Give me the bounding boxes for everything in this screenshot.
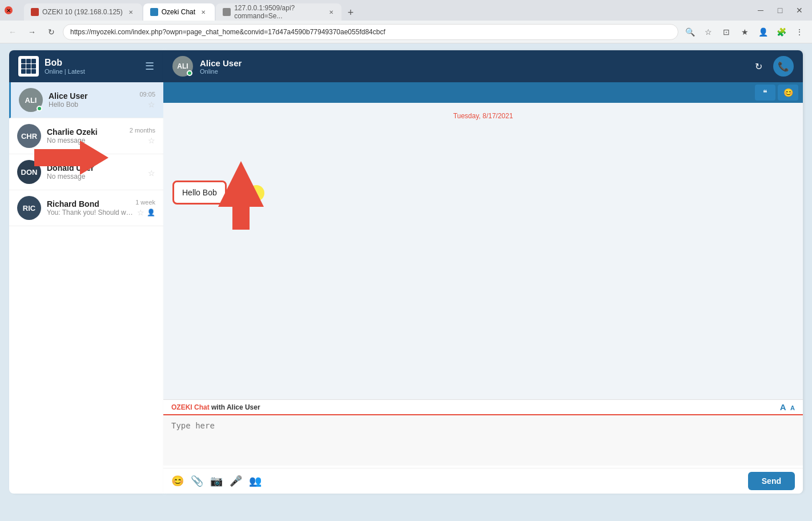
chat-input-font-size: A A <box>780 402 795 412</box>
chat-header-name: Alice User <box>200 58 741 68</box>
emoji-button[interactable]: 😊 <box>171 475 184 487</box>
contact-meta-richard: 1 week ☆ 👤 <box>135 199 155 217</box>
quote-button[interactable]: ❝ <box>755 85 775 101</box>
contact-item-richard[interactable]: RIC Richard Bond You: Thank you! Should … <box>9 190 163 226</box>
contact-time-alice: 09:05 <box>139 91 155 98</box>
new-tab-button[interactable]: + <box>343 5 359 21</box>
tab-ozekchat[interactable]: Ozeki Chat ✕ <box>143 3 215 21</box>
logo-cell <box>26 64 31 69</box>
logo-cell <box>26 69 31 74</box>
tab-label-chat: Ozeki Chat <box>162 8 195 16</box>
minimize-button[interactable]: ─ <box>753 2 769 18</box>
tab-api[interactable]: 127.0.0.1:9509/api?command=Se... ✕ <box>216 3 341 21</box>
refresh-button[interactable]: ↻ <box>43 24 59 40</box>
lens-icon[interactable]: 🔍 <box>682 24 698 40</box>
browser-toolbar: ← → ↻ https://myozeki.com/index.php?owpn… <box>0 21 812 43</box>
window-controls: ✕ <box>5 6 13 14</box>
annotation-arrow-left <box>34 141 108 177</box>
quote-icon: ❝ <box>763 88 767 97</box>
chat-footer: OZEKI Chat with Alice User A A 😊 📎 📷 🎤 👥… <box>163 399 803 494</box>
star-icon-richard[interactable]: ☆ <box>137 208 144 217</box>
chat-input-with: with <box>211 403 227 411</box>
app-container: Bob Online | Latest ☰ ALI Alice User <box>0 43 812 500</box>
font-size-small[interactable]: A <box>790 404 795 411</box>
avatar-alice: ALI <box>19 88 43 112</box>
chat-area: ALI Alice User Online ↻ 📞 ❝ 😊 <box>163 50 803 494</box>
tab-label-ozeki10: OZEKI 10 (192.168.0.125) <box>42 8 123 16</box>
address-text: https://myozeki.com/index.php?owpn=page_… <box>70 28 385 36</box>
tab-ozeki10[interactable]: OZEKI 10 (192.168.0.125) ✕ <box>24 3 142 21</box>
attachment-button[interactable]: 📎 <box>191 475 203 487</box>
font-size-large[interactable]: A <box>780 402 786 412</box>
close-button[interactable]: ✕ <box>791 2 807 18</box>
favorites-icon[interactable]: ★ <box>737 24 753 40</box>
tab-label-api: 127.0.0.1:9509/api?command=Se... <box>234 4 324 20</box>
maximize-button[interactable]: □ <box>772 2 788 18</box>
address-bar[interactable]: https://myozeki.com/index.php?owpn=page_… <box>63 24 678 40</box>
star-icon-alice[interactable]: ☆ <box>148 100 155 109</box>
tab-close-ozeki10[interactable]: ✕ <box>126 7 135 17</box>
profile-icon[interactable]: 👤 <box>755 24 771 40</box>
browser-chrome: ✕ OZEKI 10 (192.168.0.125) ✕ Ozeki Chat … <box>0 0 812 43</box>
online-indicator-alice <box>37 106 42 111</box>
chat-header-avatar: ALI <box>172 56 193 77</box>
bookmark-icon[interactable]: ☆ <box>700 24 716 40</box>
extensions-icon[interactable]: 🧩 <box>773 24 789 40</box>
video-button[interactable]: 📷 <box>210 475 223 487</box>
more-menu-icon[interactable]: ⋮ <box>791 24 807 40</box>
tab-close-api[interactable]: ✕ <box>327 7 335 17</box>
message-container-msg1: Hello Bob 09:05 <box>172 181 794 205</box>
sidebar-status: Online | Latest <box>45 68 85 75</box>
contacts-button[interactable]: 👥 <box>249 475 262 487</box>
avatar-richard: RIC <box>17 196 41 220</box>
refresh-icon: ↻ <box>755 61 762 72</box>
forward-button[interactable]: → <box>24 24 40 40</box>
sidebar: Bob Online | Latest ☰ ALI Alice User <box>9 50 163 494</box>
contact-time-charlie: 2 months <box>130 127 155 134</box>
logo-cell <box>31 64 36 69</box>
contact-info-richard: Richard Bond You: Thank you! Should we p… <box>47 199 135 217</box>
contact-name-richard: Richard Bond <box>47 199 135 209</box>
chat-input[interactable] <box>163 415 803 466</box>
call-button[interactable]: 📞 <box>773 56 794 77</box>
tab-favicon-ozeki10 <box>31 8 39 16</box>
logo-cell <box>31 69 36 74</box>
tabs-bar: OZEKI 10 (192.168.0.125) ✕ Ozeki Chat ✕ … <box>19 0 363 21</box>
refresh-icon: ↻ <box>48 27 55 37</box>
chat-input-label: OZEKI Chat with Alice User A A <box>163 400 803 415</box>
refresh-chat-button[interactable]: ↻ <box>748 56 769 77</box>
ozeki-logo-grid <box>21 59 36 74</box>
emoji-reaction-button[interactable]: 😊 <box>778 85 798 101</box>
contact-meta-charlie: 2 months ☆ <box>130 127 155 145</box>
browser-titlebar: ✕ OZEKI 10 (192.168.0.125) ✕ Ozeki Chat … <box>0 0 812 21</box>
contact-meta-alice: 09:05 ☆ <box>139 91 155 109</box>
svg-marker-0 <box>34 141 108 175</box>
read-status-icon-richard: 👤 <box>147 209 155 217</box>
contact-name-alice: Alice User <box>49 91 139 101</box>
emoji-reaction-icon: 😊 <box>783 88 793 97</box>
star-icon-charlie[interactable]: ☆ <box>148 136 155 145</box>
chat-header-actions: ↻ 📞 <box>748 56 794 77</box>
hamburger-menu-button[interactable]: ☰ <box>145 60 154 73</box>
logo-cell <box>21 69 26 74</box>
contact-time-richard: 1 week <box>135 199 155 206</box>
tab-search-icon[interactable]: ⊡ <box>718 24 734 40</box>
contact-name-charlie: Charlie Ozeki <box>47 127 130 137</box>
chat-toolbar: 😊 📎 📷 🎤 👥 Send <box>163 468 803 494</box>
contact-item-alice[interactable]: ALI Alice User Hello Bob 09:05 ☆ <box>9 82 163 118</box>
close-window-button[interactable]: ✕ <box>5 6 13 14</box>
back-icon: ← <box>9 27 17 37</box>
star-icon-donald[interactable]: ☆ <box>148 169 155 178</box>
contact-meta-donald: ☆ <box>148 166 155 178</box>
chat-input-label-left: OZEKI Chat with Alice User <box>171 403 260 411</box>
logo-cell <box>26 59 31 63</box>
microphone-button[interactable]: 🎤 <box>230 475 242 487</box>
send-button[interactable]: Send <box>748 472 795 490</box>
back-button[interactable]: ← <box>5 24 21 40</box>
toolbar-icons: 🔍 ☆ ⊡ ★ 👤 🧩 ⋮ <box>682 24 807 40</box>
message-context-bar: ❝ 😊 <box>163 82 803 103</box>
contact-preview-alice: Hello Bob <box>49 101 139 109</box>
tab-close-chat[interactable]: ✕ <box>199 7 208 17</box>
forward-icon: → <box>28 27 36 37</box>
logo-cell <box>21 59 26 63</box>
